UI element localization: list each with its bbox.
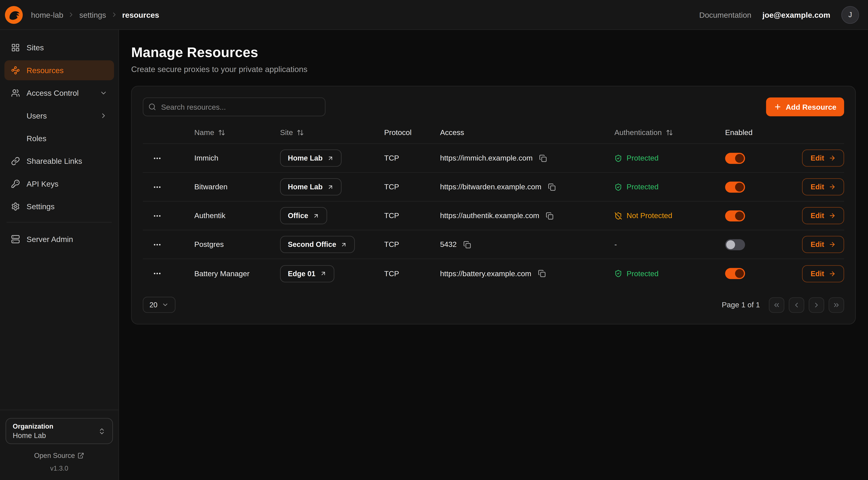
row-menu-button[interactable] <box>151 180 164 193</box>
resource-name: Battery Manager <box>194 269 280 278</box>
breadcrumb-settings[interactable]: settings <box>80 10 106 19</box>
sort-site-button[interactable]: Site <box>280 128 304 137</box>
toggle-knob <box>735 211 744 220</box>
site-link-button[interactable]: Home Lab <box>280 150 341 167</box>
enabled-toggle[interactable] <box>725 268 745 279</box>
site-link-button[interactable]: Office <box>280 207 327 224</box>
first-page-button[interactable] <box>769 297 784 312</box>
chevrons-left-icon <box>773 301 780 309</box>
th-authentication: Authentication <box>614 128 725 137</box>
sidebar-item-access-control[interactable]: Access Control <box>4 83 114 103</box>
edit-button[interactable]: Edit <box>802 265 844 282</box>
sort-authentication-button[interactable]: Authentication <box>614 128 673 137</box>
user-email[interactable]: joe@example.com <box>762 10 830 19</box>
table-row: Battery Manager Edge 01 TCP https://batt… <box>143 259 844 288</box>
authentication-status: - <box>614 240 725 249</box>
site-name: Home Lab <box>288 154 322 162</box>
sidebar-nav: Sites Resources Access Control <box>0 30 119 410</box>
avatar[interactable]: J <box>841 6 859 24</box>
copy-button[interactable] <box>538 153 548 163</box>
enabled-toggle[interactable] <box>725 181 745 192</box>
th-protocol: Protocol <box>384 128 440 137</box>
edit-button[interactable]: Edit <box>802 236 844 253</box>
app-logo[interactable] <box>4 5 23 24</box>
arrow-up-right-icon <box>320 270 327 277</box>
resource-name: Postgres <box>194 240 280 249</box>
add-resource-button[interactable]: Add Resource <box>766 97 844 116</box>
copy-button[interactable] <box>545 211 555 221</box>
page-size-select[interactable]: 20 <box>143 297 176 313</box>
organization-label: Organization <box>13 422 53 430</box>
copy-icon <box>548 183 556 191</box>
app-root: home-lab settings resources Documentatio… <box>0 0 868 480</box>
authentication-status: Protected <box>614 269 725 278</box>
last-page-button[interactable] <box>829 297 844 312</box>
ellipsis-icon <box>153 211 162 220</box>
next-page-button[interactable] <box>809 297 824 312</box>
site-link-button[interactable]: Home Lab <box>280 178 341 196</box>
sidebar-item-resources[interactable]: Resources <box>4 60 114 80</box>
copy-button[interactable] <box>547 182 557 192</box>
shield-check-icon <box>614 154 622 162</box>
authentication-label: Protected <box>627 269 659 278</box>
table-row: Postgres Second Office TCP 5432 - <box>143 231 844 259</box>
previous-page-button[interactable] <box>789 297 804 312</box>
sidebar-item-label: API Keys <box>27 179 107 188</box>
arrow-right-icon <box>829 241 836 248</box>
organization-select[interactable]: Organization Home Lab <box>6 418 113 444</box>
row-menu-button[interactable] <box>151 151 164 165</box>
sidebar-item-sites[interactable]: Sites <box>4 38 114 58</box>
breadcrumb-separator-icon <box>68 11 75 18</box>
sidebar-item-settings[interactable]: Settings <box>4 197 114 216</box>
enabled-toggle[interactable] <box>725 153 745 163</box>
authentication-status: Protected <box>614 183 725 191</box>
arrow-up-right-icon <box>327 183 334 190</box>
sites-icon <box>11 43 20 52</box>
topbar: home-lab settings resources Documentatio… <box>0 0 868 30</box>
sidebar-item-roles[interactable]: Roles <box>4 128 114 148</box>
th-label: Name <box>194 128 214 137</box>
sidebar-item-label: Resources <box>27 66 107 75</box>
enabled-toggle[interactable] <box>725 239 745 250</box>
edit-button[interactable]: Edit <box>802 207 844 224</box>
authentication-label: Protected <box>627 154 659 162</box>
sort-name-button[interactable]: Name <box>194 128 225 137</box>
th-label: Authentication <box>614 128 662 137</box>
arrow-right-icon <box>829 270 836 277</box>
sidebar-item-label: Roles <box>27 134 107 143</box>
sidebar-item-api-keys[interactable]: API Keys <box>4 174 114 194</box>
resource-protocol: TCP <box>384 154 440 162</box>
plus-icon <box>774 103 782 111</box>
authentication-label: Not Protected <box>627 212 673 220</box>
site-link-button[interactable]: Edge 01 <box>280 265 334 282</box>
edit-button[interactable]: Edit <box>802 150 844 167</box>
sidebar-item-users[interactable]: Users <box>4 106 114 126</box>
copy-icon <box>539 154 547 162</box>
table-row: Authentik Office TCP https://authentik.e… <box>143 202 844 230</box>
add-resource-label: Add Resource <box>786 102 836 111</box>
enabled-toggle[interactable] <box>725 210 745 221</box>
sidebar-item-shareable-links[interactable]: Shareable Links <box>4 151 114 171</box>
chevrons-up-down-icon <box>98 427 106 435</box>
site-name: Edge 01 <box>288 269 316 278</box>
row-menu-button[interactable] <box>151 238 164 251</box>
open-source-link[interactable]: Open Source <box>6 452 113 459</box>
site-link-button[interactable]: Second Office <box>280 236 355 253</box>
sidebar-bottom: Organization Home Lab Open Source v1.3.0 <box>0 410 119 480</box>
edit-button[interactable]: Edit <box>802 178 844 196</box>
sidebar-item-label: Shareable Links <box>27 157 107 166</box>
row-menu-button[interactable] <box>151 209 164 222</box>
copy-button[interactable] <box>462 239 472 249</box>
authentication-status: Not Protected <box>614 212 725 220</box>
copy-button[interactable] <box>537 269 547 278</box>
row-menu-button[interactable] <box>151 267 164 280</box>
arrow-right-icon <box>829 212 836 219</box>
page-info: Page 1 of 1 <box>722 301 760 309</box>
sort-icon <box>666 129 673 136</box>
sidebar: Sites Resources Access Control <box>0 30 119 480</box>
breadcrumb-org[interactable]: home-lab <box>31 10 63 19</box>
documentation-link[interactable]: Documentation <box>699 10 751 19</box>
table-row: Bitwarden Home Lab TCP https://bitwarden… <box>143 173 844 202</box>
search-input[interactable] <box>143 97 326 116</box>
sidebar-item-server-admin[interactable]: Server Admin <box>4 229 114 249</box>
